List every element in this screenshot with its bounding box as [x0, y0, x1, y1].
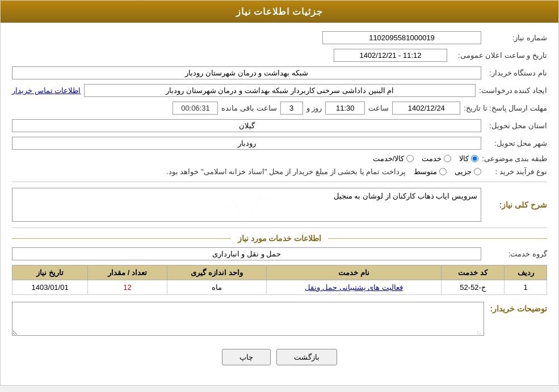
payment-note: پرداخت تمام یا بخشی از مبلغ خریدار از مح… — [166, 167, 406, 176]
remaining-label: ساعت باقی مانده — [221, 104, 276, 112]
need-desc-label: شرح کلی نیاز: — [485, 200, 547, 209]
days-value: 3 — [280, 102, 303, 115]
announce-datetime-row: تاریخ و ساعت اعلان عمومی: 1402/12/21 - 1… — [12, 49, 547, 62]
cell-date: 1403/01/01 — [12, 280, 88, 295]
need-number-label: شماره نیاز: — [485, 33, 547, 42]
need-desc-value: سرویس ایاب ذهاب کارکنان از لوشان به منجی… — [12, 188, 481, 222]
services-info-header: اطلاعات خدمات مورد نیاز — [12, 234, 547, 243]
announce-datetime-value: 1402/12/21 - 11:12 — [334, 49, 447, 62]
divider-2 — [12, 227, 547, 228]
table-body: 1 ح-52-52 فعالیت های پشتیبانی حمل ونقل م… — [12, 280, 547, 295]
separator-left — [328, 238, 547, 239]
category-service-item: خدمت — [422, 154, 451, 163]
content-area: شماره نیاز: 1102095581000019 تاریخ و ساع… — [1, 23, 558, 385]
buyer-desc-container: ◺ — [12, 302, 484, 338]
buyer-org-label: نام دستگاه خریدار: — [485, 69, 547, 77]
services-info-title: اطلاعات خدمات مورد نیاز — [238, 234, 322, 243]
col-service-name: نام خدمت — [267, 265, 442, 280]
cell-qty: 12 — [88, 280, 167, 295]
creator-value: ام البنین داداشی سرخنی کاربردار شبکه بهد… — [84, 84, 476, 97]
cell-row-num: 1 — [505, 280, 547, 295]
col-unit: واحد اندازه گیری — [167, 265, 267, 280]
category-radio-group: کالا/خدمت خدمت کالا — [373, 154, 479, 163]
city-row: شهر محل تحویل: رودبار — [12, 137, 547, 150]
col-service-code: کد خدمت — [441, 265, 504, 280]
need-desc-container: 🛡 AhaTender.net سرویس ایاب ذهاب کارکنان … — [12, 188, 481, 222]
category-goods-label: کالا — [459, 154, 469, 163]
buttons-row: بازگشت چاپ — [12, 349, 547, 365]
days-label: روز و — [306, 104, 322, 112]
category-goods-service-radio[interactable] — [406, 155, 414, 162]
category-service-radio[interactable] — [444, 155, 451, 162]
purchase-type-row: نوع فرآیند خرید : جزیی متوسط پرداخت تمام… — [12, 167, 547, 176]
buyer-org-row: نام دستگاه خریدار: شبکه بهداشت و درمان ش… — [12, 66, 547, 79]
page-title: جزئیات اطلاعات نیاز — [236, 7, 323, 16]
service-group-label: گروه خدمت: — [485, 250, 547, 258]
col-date: تاریخ نیاز — [12, 265, 88, 280]
need-desc-section: شرح کلی نیاز: 🛡 AhaTender.net سرویس ایاب… — [12, 188, 547, 222]
purchase-medium-radio[interactable] — [439, 168, 447, 175]
purchase-partial-label: جزیی — [455, 167, 472, 176]
buyer-desc-label: توضیحات خریدار: — [490, 302, 547, 313]
back-button[interactable]: بازگشت — [276, 349, 337, 365]
category-goods-service-label: کالا/خدمت — [373, 154, 405, 163]
need-number-value: 1102095581000019 — [322, 31, 481, 44]
page-wrapper: جزئیات اطلاعات نیاز شماره نیاز: 11020955… — [0, 0, 559, 386]
city-label: شهر محل تحویل: — [485, 139, 547, 147]
purchase-partial-radio[interactable] — [474, 168, 481, 175]
buyer-desc-section: توضیحات خریدار: ◺ — [12, 302, 547, 338]
services-table: ردیف کد خدمت نام خدمت واحد اندازه گیری ت… — [12, 265, 547, 295]
need-desc-wrapper: 🛡 AhaTender.net سرویس ایاب ذهاب کارکنان … — [12, 188, 481, 222]
province-label: استان محل تحویل: — [485, 121, 547, 130]
purchase-medium-item: متوسط — [414, 167, 447, 176]
category-goods-item: کالا — [459, 154, 478, 163]
category-service-label: خدمت — [422, 154, 442, 163]
table-row: 1 ح-52-52 فعالیت های پشتیبانی حمل ونقل م… — [12, 280, 547, 295]
creator-label: ایجاد کننده درخواست: — [479, 86, 547, 95]
need-number-row: شماره نیاز: 1102095581000019 — [12, 31, 547, 44]
response-time: 11:30 — [325, 102, 365, 115]
creator-row: ایجاد کننده درخواست: ام البنین داداشی سر… — [12, 84, 547, 97]
city-value: رودبار — [12, 137, 481, 150]
remaining-time: 00:06:31 — [173, 102, 218, 115]
category-label: طبقه بندی موضوعی: — [482, 154, 547, 163]
category-goods-service-item: کالا/خدمت — [373, 154, 414, 163]
response-deadline-label: مهلت ارسال پاسخ: تا تاریخ: — [464, 104, 547, 112]
print-button[interactable]: چاپ — [222, 349, 271, 365]
buyer-org-value: شبکه بهداشت و درمان شهرستان رودبار — [12, 66, 481, 79]
col-qty: تعداد / مقدار — [88, 265, 167, 280]
purchase-type-radio-group: جزیی متوسط پرداخت تمام یا بخشی از مبلغ خ… — [166, 167, 481, 176]
table-header: ردیف کد خدمت نام خدمت واحد اندازه گیری ت… — [12, 265, 547, 280]
cell-unit: ماه — [167, 280, 267, 295]
response-time-label: ساعت — [368, 104, 389, 112]
resize-handle-icon: ◺ — [477, 329, 482, 335]
creator-contact-link[interactable]: اطلاعات تماس خریدار — [12, 86, 81, 95]
col-row-num: ردیف — [505, 265, 547, 280]
province-value: گیلان — [12, 119, 481, 132]
cell-service-code: ح-52-52 — [441, 280, 504, 295]
purchase-medium-label: متوسط — [414, 167, 437, 176]
divider-1 — [12, 182, 547, 182]
category-row: طبقه بندی موضوعی: کالا/خدمت خدمت کالا — [12, 154, 547, 163]
purchase-type-label: نوع فرآیند خرید : — [485, 167, 547, 176]
category-goods-radio[interactable] — [471, 155, 478, 162]
cell-service-name[interactable]: فعالیت های پشتیبانی حمل ونقل — [267, 280, 442, 295]
response-date: 1402/12/24 — [392, 102, 460, 115]
buyer-desc-textarea[interactable] — [12, 302, 484, 336]
table-header-row: ردیف کد خدمت نام خدمت واحد اندازه گیری ت… — [12, 265, 547, 280]
response-deadline-row: مهلت ارسال پاسخ: تا تاریخ: 1402/12/24 سا… — [12, 102, 547, 115]
announce-datetime-label: تاریخ و ساعت اعلان عمومی: — [451, 51, 547, 60]
service-group-value: حمل و نقل و انبارداری — [12, 247, 481, 260]
separator-right — [12, 238, 231, 239]
province-row: استان محل تحویل: گیلان — [12, 119, 547, 132]
service-group-row: گروه خدمت: حمل و نقل و انبارداری — [12, 247, 547, 260]
page-header: جزئیات اطلاعات نیاز — [1, 1, 558, 23]
purchase-partial-item: جزیی — [455, 167, 481, 176]
